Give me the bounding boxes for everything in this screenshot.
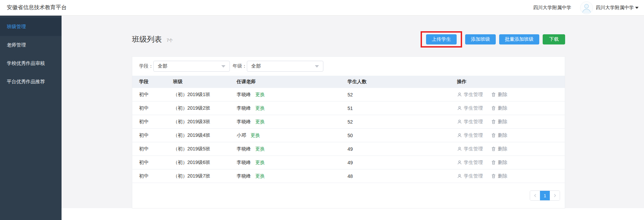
sidebar-item-teacher-management[interactable]: 老师管理: [0, 36, 62, 54]
row-stage: 初中: [139, 173, 173, 179]
change-teacher-link[interactable]: 更换: [251, 132, 260, 139]
content-panel: 班级列表 7个 上传学生 添加班级 批量添加班级 下载: [62, 16, 644, 208]
row-teacher-cell: 李晓峰 更换: [237, 105, 348, 111]
row-actions: 学生管理 删除: [457, 105, 558, 111]
manage-students-link[interactable]: 学生管理: [457, 119, 483, 125]
delete-class-link[interactable]: 删除: [491, 119, 507, 125]
delete-class-link[interactable]: 删除: [491, 146, 507, 152]
row-teacher-name: 李晓峰: [237, 160, 251, 166]
app-title: 安徽省信息技术教育平台: [7, 4, 67, 11]
row-student-count: 52: [348, 119, 457, 125]
row-teacher-name: 李晓峰: [237, 119, 251, 125]
row-student-count: 52: [348, 92, 457, 97]
row-student-count: 49: [348, 146, 457, 152]
row-class-name: （初）2019级2班: [173, 105, 237, 111]
col-header-class: 班级: [173, 79, 237, 85]
table-header: 学段 班级 任课老师 学生人数 操作: [132, 76, 565, 88]
row-teacher-name: 小邓: [237, 132, 246, 139]
user-menu[interactable]: 四川大学附属中学: [596, 5, 639, 11]
grade-filter-select[interactable]: 全部: [247, 61, 323, 72]
row-teacher-cell: 李晓峰 更换: [237, 119, 348, 125]
row-stage: 初中: [139, 119, 173, 125]
upload-students-button[interactable]: 上传学生: [426, 34, 457, 44]
trash-icon: [491, 106, 496, 111]
table-row: 初中 （初）2019级6班 李晓峰 更换 49 学生管理 删除: [132, 156, 565, 169]
person-icon: [457, 146, 462, 151]
row-stage: 初中: [139, 160, 173, 166]
manage-students-link[interactable]: 学生管理: [457, 146, 483, 152]
sidebar-item-school-works-review[interactable]: 学校优秀作品审核: [0, 54, 62, 73]
filter-bar: 学段： 全部 年级： 全部: [132, 57, 565, 76]
col-header-students: 学生人数: [348, 79, 457, 85]
topbar-right: 四川大学附属中学 四川大学附属中学: [533, 1, 639, 14]
row-class-name: （初）2019级6班: [173, 160, 237, 166]
chevron-right-icon: [553, 194, 557, 197]
table-row: 初中 （初）2019级4班 小邓 更换 50 学生管理 删除: [132, 129, 565, 142]
row-class-name: （初）2019级4班: [173, 132, 237, 139]
row-teacher-name: 李晓峰: [237, 146, 251, 152]
change-teacher-link[interactable]: 更换: [255, 173, 265, 179]
trash-icon: [491, 173, 496, 179]
row-teacher-cell: 李晓峰 更换: [237, 173, 348, 179]
delete-class-link[interactable]: 删除: [491, 160, 507, 166]
select-caret-icon: [221, 65, 225, 68]
row-actions: 学生管理 删除: [457, 146, 558, 152]
change-teacher-link[interactable]: 更换: [255, 92, 265, 98]
trash-icon: [491, 160, 496, 165]
trash-icon: [491, 146, 496, 151]
manage-students-link[interactable]: 学生管理: [457, 132, 483, 139]
page-title: 班级列表: [132, 34, 162, 44]
main-area: 班级列表 7个 上传学生 添加班级 批量添加班级 下载: [62, 16, 644, 220]
table-row: 初中 （初）2019级7班 李晓峰 更换 48 学生管理 删除: [132, 169, 565, 183]
batch-add-class-button[interactable]: 批量添加班级: [499, 34, 539, 44]
delete-class-link[interactable]: 删除: [491, 173, 507, 179]
page-number-1[interactable]: 1: [540, 191, 550, 200]
row-student-count: 49: [348, 160, 457, 165]
person-icon: [457, 106, 462, 111]
delete-class-link[interactable]: 删除: [491, 92, 507, 98]
stage-filter-select[interactable]: 全部: [153, 61, 230, 72]
prev-page-button[interactable]: [530, 191, 540, 200]
chevron-down-icon: [635, 7, 639, 9]
delete-class-link[interactable]: 删除: [491, 132, 507, 139]
sidebar-item-class-management[interactable]: 班级管理: [0, 18, 62, 36]
row-class-name: （初）2019级1班: [173, 92, 237, 98]
add-class-button[interactable]: 添加班级: [465, 34, 496, 44]
trash-icon: [491, 119, 496, 124]
col-header-stage: 学段: [139, 79, 173, 85]
manage-students-link[interactable]: 学生管理: [457, 173, 483, 179]
row-actions: 学生管理 删除: [457, 173, 558, 179]
select-caret-icon: [315, 65, 319, 68]
bottom-spacer: [62, 208, 644, 220]
row-actions: 学生管理 删除: [457, 92, 558, 98]
sidebar: 班级管理 老师管理 学校优秀作品审核 平台优秀作品推荐: [0, 16, 62, 220]
row-teacher-cell: 李晓峰 更换: [237, 146, 348, 152]
change-teacher-link[interactable]: 更换: [255, 119, 265, 125]
row-class-name: （初）2019级3班: [173, 119, 237, 125]
table-row: 初中 （初）2019级3班 李晓峰 更换 52 学生管理 删除: [132, 115, 565, 129]
delete-class-link[interactable]: 删除: [491, 105, 507, 111]
row-teacher-cell: 李晓峰 更换: [237, 160, 348, 166]
pagination: 1: [530, 190, 560, 201]
class-count-badge: 7个: [167, 38, 173, 43]
user-avatar[interactable]: [580, 1, 593, 14]
row-class-name: （初）2019级5班: [173, 146, 237, 152]
sidebar-item-platform-works-recommend[interactable]: 平台优秀作品推荐: [0, 73, 62, 91]
manage-students-link[interactable]: 学生管理: [457, 92, 483, 98]
col-header-teacher: 任课老师: [237, 79, 348, 85]
row-stage: 初中: [139, 146, 173, 152]
manage-students-link[interactable]: 学生管理: [457, 160, 483, 166]
change-teacher-link[interactable]: 更换: [255, 146, 265, 152]
trash-icon: [491, 133, 496, 138]
toolbar: 上传学生 添加班级 批量添加班级 下载: [421, 31, 565, 48]
person-silhouette-icon: [580, 2, 593, 14]
manage-students-link[interactable]: 学生管理: [457, 105, 483, 111]
person-icon: [457, 160, 462, 165]
table-row: 初中 （初）2019级1班 李晓峰 更换 52 学生管理 删除: [132, 88, 565, 102]
change-teacher-link[interactable]: 更换: [255, 105, 265, 111]
row-teacher-name: 李晓峰: [237, 173, 251, 179]
download-button[interactable]: 下载: [543, 34, 565, 44]
row-student-count: 51: [348, 106, 457, 111]
change-teacher-link[interactable]: 更换: [255, 160, 265, 166]
next-page-button[interactable]: [550, 191, 560, 200]
